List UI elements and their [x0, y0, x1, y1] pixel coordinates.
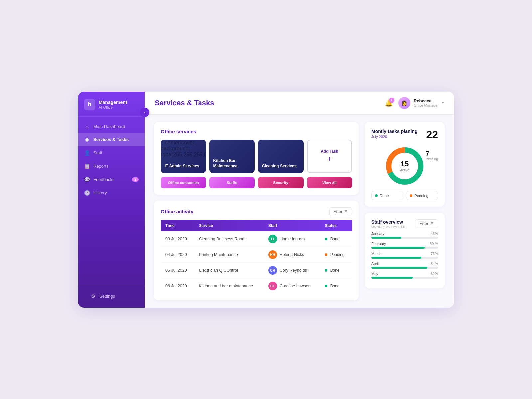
sidebar-settings[interactable]: ⚙ Settings — [78, 285, 145, 308]
brand-text: Management At Office — [99, 100, 127, 109]
add-plus-icon: + — [327, 155, 332, 163]
donut-active-num: 15 — [401, 160, 409, 168]
progress-bar-fill — [371, 237, 401, 239]
cell-service: Kitchen and bar maintenance — [194, 278, 263, 294]
legend-done: Done — [371, 191, 403, 200]
progress-bar-bg — [371, 277, 438, 279]
services-grid: ') center/cover; background: rgba(255,25… — [161, 140, 352, 173]
nav-item-feedbacks[interactable]: 💬 Feedbacks 2 — [78, 173, 145, 186]
app-window: h Management At Office ‹ ⌂ Main Dashboar… — [78, 92, 454, 308]
nav-item-services-tasks[interactable]: ◈ Services & Tasks — [78, 133, 145, 146]
activity-table: Time Service Staff Status 03 Jul 2020 Cl… — [161, 220, 352, 294]
notification-button[interactable]: 🔔 2 — [385, 99, 393, 107]
nav-label-reports: Reports — [93, 164, 109, 169]
status-dot — [325, 285, 327, 287]
cell-status: Done — [320, 231, 352, 247]
page-title: Services & Tasks — [155, 99, 214, 107]
donut-active-label: Active — [400, 168, 409, 172]
notification-badge: 2 — [389, 98, 394, 103]
nav-item-history[interactable]: 🕐 History — [78, 186, 145, 200]
month-pct: 62% — [431, 272, 438, 276]
nav-icon-reports: 📋 — [84, 163, 90, 169]
staff-filter-button[interactable]: Filter ⊟ — [415, 219, 438, 228]
month-row-february: February 80 % — [371, 242, 438, 249]
cell-time: 04 Jul 2020 — [161, 247, 194, 262]
sidebar-toggle[interactable]: ‹ — [140, 108, 149, 117]
donut-pending-label: Pending — [426, 157, 438, 161]
tasks-subtitle: July 2020 — [371, 135, 417, 139]
content-right: Montly tasks planing July 2020 22 — [365, 122, 445, 300]
month-pct: 45% — [431, 232, 438, 236]
nav-badge-feedbacks: 2 — [132, 177, 139, 182]
user-avatar: 👩 — [398, 97, 410, 109]
cleaning-label: Cleaning Services — [262, 164, 296, 169]
staff-avatar: LI — [268, 235, 277, 243]
cell-staff: CL Caroline Lawson — [264, 278, 320, 294]
activity-header: Office activity Filter ⊟ — [161, 207, 352, 216]
brand-sub: At Office — [99, 105, 127, 109]
header-right: 🔔 2 👩 Rebecca Office Manager ▾ — [385, 97, 444, 109]
staff-name: Linnie Ingram — [280, 237, 305, 241]
cell-service: Printing Maintenance — [194, 247, 263, 262]
sidebar-brand: h Management At Office — [78, 92, 145, 117]
service-tile-it-admin[interactable]: ') center/cover; background: rgba(255,25… — [161, 140, 206, 173]
nav-label-main-dashboard: Main Dashboard — [93, 124, 125, 129]
donut-center: 15 Active — [400, 160, 409, 172]
monthly-tasks-card: Montly tasks planing July 2020 22 — [365, 122, 445, 207]
staff-overview-header: Staff overview MONLTY ACTIVITIES Filter … — [371, 219, 438, 228]
status-dot — [325, 238, 327, 240]
nav-item-reports[interactable]: 📋 Reports — [78, 160, 145, 173]
cell-staff: HH Helena Hicks — [264, 247, 320, 262]
pending-dot — [410, 194, 412, 197]
nav-item-staff[interactable]: 👤 Staff — [78, 146, 145, 160]
cell-service: Cleaning Business Room — [194, 231, 263, 247]
nav-item-settings[interactable]: ⚙ Settings — [84, 290, 139, 303]
service-tile-cleaning[interactable]: Cleaning Services — [258, 140, 304, 173]
settings-label: Settings — [99, 294, 115, 299]
quick-btn-staffs[interactable]: Staffs — [209, 177, 255, 188]
col-time: Time — [161, 220, 194, 231]
pending-label: Pending — [414, 194, 428, 198]
status-text: Done — [330, 284, 340, 288]
cell-staff: LI Linnie Ingram — [264, 231, 320, 247]
main-content: Services & Tasks 🔔 2 👩 Rebecca Office Ma… — [145, 92, 454, 308]
staff-filter-label: Filter — [419, 221, 428, 226]
kitchen-label: Kitchen Bar Maintenance — [213, 158, 251, 169]
donut-pending-num: 7 — [426, 150, 438, 157]
month-pct: 75% — [431, 252, 438, 256]
progress-bar-fill — [371, 257, 421, 259]
progress-bar-fill — [371, 267, 427, 269]
quick-btn-security[interactable]: Security — [258, 177, 304, 188]
col-staff: Staff — [264, 220, 320, 231]
brand-name: Management — [99, 100, 127, 105]
sidebar-nav: ⌂ Main Dashboard ◈ Services & Tasks 👤 St… — [78, 117, 145, 285]
tasks-title: Montly tasks planing — [371, 129, 417, 134]
sidebar: h Management At Office ‹ ⌂ Main Dashboar… — [78, 92, 145, 308]
table-row: 04 Jul 2020 Printing Maintenance HH Hele… — [161, 247, 352, 262]
activity-filter-button[interactable]: Filter ⊟ — [329, 207, 352, 216]
chevron-down-icon: ▾ — [442, 101, 444, 105]
quick-btn-office-consumes[interactable]: Office consumes — [161, 177, 206, 188]
done-dot — [375, 194, 378, 197]
status-text: Done — [330, 237, 340, 241]
staff-name: Helena Hicks — [280, 252, 304, 257]
progress-bar-fill — [371, 247, 425, 249]
table-row: 05 Jul 2020 Electrician Q COntrol CR Cor… — [161, 262, 352, 278]
user-menu[interactable]: 👩 Rebecca Office Manager ▾ — [398, 97, 444, 109]
service-tile-kitchen[interactable]: Kitchen Bar Maintenance — [209, 140, 255, 173]
quick-btn-view-all[interactable]: View All — [307, 177, 352, 188]
month-pct: 80 % — [430, 242, 438, 246]
col-status: Status — [320, 220, 352, 231]
done-label: Done — [380, 194, 389, 198]
content-area: Office services ') center/cover; backgro… — [145, 115, 454, 308]
filter-icon: ⊟ — [344, 209, 348, 214]
nav-item-main-dashboard[interactable]: ⌂ Main Dashboard — [78, 120, 145, 133]
status-dot — [325, 253, 327, 256]
service-tile-add[interactable]: Add Task + — [307, 140, 352, 173]
month-name: March — [371, 252, 382, 256]
staff-name: Caroline Lawson — [280, 284, 311, 288]
cell-time: 05 Jul 2020 — [161, 262, 194, 278]
donut-wrapper: 15 Active 7 Pending — [371, 141, 438, 190]
office-services-title: Office services — [161, 129, 352, 134]
donut-pending-info: 7 Pending — [426, 150, 438, 161]
